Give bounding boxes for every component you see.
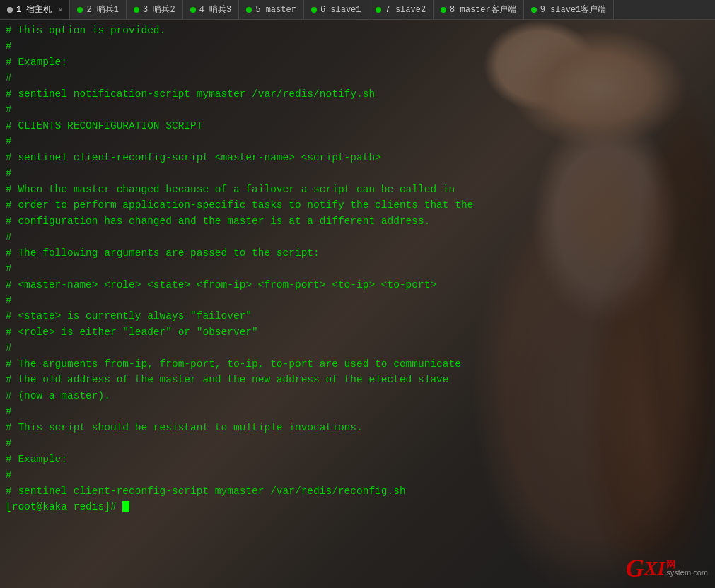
tab-label-2: 2 哨兵1 [86,4,119,16]
watermark-domain-label: system.com [666,569,708,577]
terminal-line-1: # [6,38,709,54]
watermark-g-letter: G [626,555,644,581]
terminal-line-26: # [6,435,709,451]
terminal-line-27: # Example: [6,452,709,467]
terminal-line-5: # [6,102,709,117]
terminal-line-16: # <master-name> <role> <state> <from-ip>… [6,277,709,293]
tab-label-3: 3 哨兵2 [143,4,175,16]
tab-7[interactable]: 7 slave2 [368,0,434,19]
terminal-line-13: # [6,229,709,245]
tab-bar: 1 宿主机✕2 哨兵13 哨兵24 哨兵35 master6 slave17 s… [0,0,715,20]
terminal-cursor [122,501,129,512]
tab-label-4: 4 哨兵3 [199,4,232,16]
tab-label-6: 6 slave1 [320,5,361,15]
terminal-line-12: # configuration has changed and the mast… [6,213,709,229]
tab-dot-1 [7,7,13,13]
tab-8[interactable]: 8 master客户端 [434,0,524,19]
terminal-line-8: # sentinel client-reconfig-script <maste… [6,150,709,165]
tab-1[interactable]: 1 宿主机✕ [0,0,70,19]
terminal-line-18: # <state> is currently always "failover" [6,308,709,324]
terminal-prompt: [root@kaka redis]# [6,499,709,514]
terminal-line-21: # The arguments from-ip, from-port, to-i… [6,356,709,372]
tab-close-1[interactable]: ✕ [58,6,62,14]
tab-label-5: 5 master [255,5,296,15]
terminal-line-11: # order to perform application-specific … [6,197,709,213]
tab-3[interactable]: 3 哨兵2 [127,0,183,19]
terminal: # this option is provided.## Example:## … [0,20,715,588]
tab-dot-4 [190,7,196,13]
tab-label-8: 8 master客户端 [450,4,516,16]
terminal-line-19: # <role> is either "leader" or "observer… [6,324,709,340]
tab-4[interactable]: 4 哨兵3 [183,0,240,19]
tab-dot-7 [376,7,381,13]
terminal-line-2: # Example: [6,54,709,70]
terminal-line-20: # [6,340,709,355]
terminal-line-24: # [6,404,709,419]
tab-9[interactable]: 9 slave1客户端 [524,0,615,19]
watermark-text-block: 网 system.com [666,560,708,577]
terminal-line-28: # [6,467,709,483]
terminal-line-25: # This script should be resistant to mul… [6,420,709,435]
terminal-line-4: # sentinel notification-script mymaster … [6,86,709,102]
tab-5[interactable]: 5 master [239,0,304,19]
tab-6[interactable]: 6 slave1 [304,0,369,19]
watermark: G XI 网 system.com [626,555,708,581]
tab-label-7: 7 slave2 [385,5,426,15]
terminal-line-23: # (now a master). [6,388,709,404]
terminal-line-15: # [6,261,709,276]
tab-dot-8 [441,7,446,13]
terminal-line-9: # [6,165,709,181]
terminal-line-0: # this option is provided. [6,23,709,38]
terminal-line-14: # The following arguments are passed to … [6,245,709,261]
prompt-text: [root@kaka redis]# [6,501,122,512]
terminal-line-29: # sentinel client-reconfig-script mymast… [6,483,709,499]
tab-2[interactable]: 2 哨兵1 [70,0,127,19]
terminal-line-10: # When the master changed because of a f… [6,182,709,197]
watermark-xi-letter: XI [644,558,665,578]
tab-label-1: 1 宿主机 [16,4,52,16]
tab-dot-9 [531,7,537,13]
tab-dot-2 [77,7,83,13]
tab-dot-5 [246,7,252,13]
tab-dot-3 [134,7,139,13]
terminal-line-3: # [6,70,709,86]
terminal-line-17: # [6,293,709,308]
terminal-line-6: # CLIENTS RECONFIGURATION SCRIPT [6,118,709,134]
tab-label-9: 9 slave1客户端 [540,4,607,16]
tab-dot-6 [311,7,317,13]
terminal-line-7: # [6,134,709,149]
terminal-line-22: # the old address of the master and the … [6,372,709,387]
terminal-content: # this option is provided.## Example:## … [0,20,715,518]
